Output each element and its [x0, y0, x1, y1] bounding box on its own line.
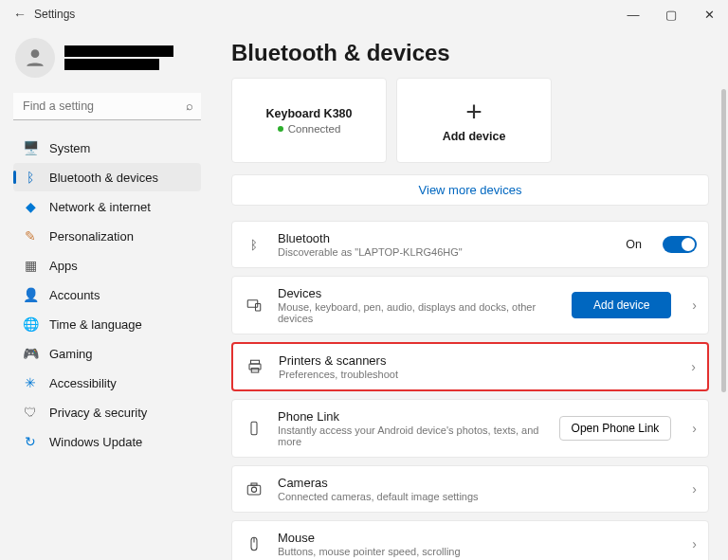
nav-system[interactable]: 🖥️ System: [13, 134, 201, 162]
nav-accessibility[interactable]: ✳ Accessibility: [13, 369, 201, 397]
brush-icon: ✎: [23, 228, 38, 244]
wifi-icon: ◆: [23, 199, 38, 214]
maximize-button[interactable]: ▢: [652, 0, 690, 28]
scrollbar[interactable]: [721, 89, 726, 392]
chevron-right-icon: ›: [683, 359, 696, 374]
nav-accounts[interactable]: 👤 Accounts: [13, 280, 201, 309]
page-title: Bluetooth & devices: [231, 40, 709, 66]
nav-windows-update[interactable]: ↻ Windows Update: [13, 427, 201, 456]
nav-time-language[interactable]: 🌐 Time & language: [13, 310, 201, 338]
devices-row[interactable]: Devices Mouse, keyboard, pen, audio, dis…: [231, 276, 709, 334]
row-sub: Mouse, keyboard, pen, audio, displays an…: [278, 301, 558, 324]
nav-label: Personalization: [49, 229, 134, 244]
chevron-right-icon: ›: [684, 421, 697, 436]
window-controls: — ▢ ✕: [614, 0, 728, 28]
nav-label: Accessibility: [49, 376, 117, 390]
nav-gaming[interactable]: 🎮 Gaming: [13, 339, 201, 368]
device-card-keyboard[interactable]: Keyboard K380 Connected: [231, 78, 387, 163]
profile-name-redacted: [64, 45, 173, 57]
cameras-row[interactable]: Cameras Connected cameras, default image…: [231, 465, 709, 513]
bluetooth-toggle[interactable]: [663, 236, 697, 253]
svg-point-8: [251, 487, 256, 492]
nav-list: 🖥️ System ᛒ Bluetooth & devices ◆ Networ…: [13, 134, 201, 456]
row-sub: Discoverable as "LAPTOP-KLRG46HG": [278, 246, 612, 258]
profile-email-redacted: [64, 59, 159, 70]
row-sub: Buttons, mouse pointer speed, scrolling: [278, 546, 671, 557]
nav-label: Gaming: [49, 347, 93, 361]
nav-apps[interactable]: ▦ Apps: [13, 251, 201, 280]
chevron-right-icon: ›: [684, 536, 697, 551]
plus-icon: +: [465, 98, 482, 126]
avatar: [15, 38, 55, 78]
device-status: Connected: [278, 123, 341, 135]
nav-network[interactable]: ◆ Network & internet: [13, 192, 201, 221]
svg-rect-6: [251, 422, 257, 435]
nav-label: Apps: [49, 259, 78, 273]
add-device-label: Add device: [443, 130, 506, 143]
row-sub: Preferences, troubleshoot: [279, 369, 670, 380]
phone-icon: [244, 420, 264, 437]
add-device-button[interactable]: Add device: [572, 292, 671, 318]
sidebar: ⌕ 🖥️ System ᛒ Bluetooth & devices ◆ Netw…: [0, 28, 210, 560]
toggle-state: On: [626, 238, 642, 251]
svg-rect-3: [251, 360, 260, 364]
row-title: Phone Link: [278, 409, 546, 424]
search-icon: ⌕: [186, 99, 193, 113]
chevron-right-icon: ›: [684, 481, 697, 497]
gamepad-icon: 🎮: [23, 346, 38, 361]
nav-label: Network & internet: [49, 200, 151, 214]
nav-label: Time & language: [49, 317, 142, 332]
row-title: Mouse: [278, 531, 671, 545]
chevron-right-icon: ›: [684, 298, 697, 313]
person-icon: 👤: [23, 287, 38, 302]
nav-label: Bluetooth & devices: [49, 171, 158, 185]
row-title: Cameras: [278, 476, 671, 490]
row-title: Devices: [278, 286, 558, 300]
bluetooth-icon: ᛒ: [244, 238, 264, 252]
camera-icon: [244, 480, 264, 497]
apps-icon: ▦: [23, 258, 38, 273]
nav-bluetooth-devices[interactable]: ᛒ Bluetooth & devices: [13, 163, 201, 191]
row-title: Bluetooth: [278, 231, 612, 245]
mouse-row[interactable]: Mouse Buttons, mouse pointer speed, scro…: [231, 520, 709, 560]
printers-scanners-row[interactable]: Printers & scanners Preferences, trouble…: [231, 342, 709, 391]
shield-icon: 🛡: [23, 405, 38, 420]
row-title: Printers & scanners: [279, 353, 670, 368]
accessibility-icon: ✳: [23, 375, 38, 390]
mouse-icon: [244, 535, 264, 552]
device-name: Keyboard K380: [265, 107, 352, 120]
row-sub: Connected cameras, default image setting…: [278, 491, 671, 502]
search-input[interactable]: [13, 93, 201, 120]
open-phone-link-button[interactable]: Open Phone Link: [559, 416, 672, 441]
update-icon: ↻: [23, 434, 38, 449]
monitor-icon: 🖥️: [23, 140, 38, 155]
devices-icon: [244, 297, 264, 314]
view-more-devices[interactable]: View more devices: [231, 174, 709, 206]
close-button[interactable]: ✕: [690, 0, 728, 28]
nav-label: Accounts: [49, 288, 100, 302]
window-title: Settings: [34, 8, 75, 21]
nav-privacy[interactable]: 🛡 Privacy & security: [13, 398, 201, 426]
row-sub: Instantly access your Android device's p…: [278, 425, 546, 447]
phone-link-row[interactable]: Phone Link Instantly access your Android…: [231, 399, 709, 458]
add-device-card[interactable]: + Add device: [396, 78, 552, 163]
back-button[interactable]: ←: [6, 7, 34, 22]
svg-point-0: [31, 49, 40, 58]
nav-label: System: [49, 141, 90, 155]
bluetooth-toggle-row: ᛒ Bluetooth Discoverable as "LAPTOP-KLRG…: [231, 221, 709, 268]
globe-icon: 🌐: [23, 316, 38, 332]
minimize-button[interactable]: —: [614, 0, 652, 28]
nav-personalization[interactable]: ✎ Personalization: [13, 222, 201, 250]
printer-icon: [245, 358, 265, 375]
paired-devices-row: Keyboard K380 Connected + Add device: [231, 78, 709, 163]
nav-label: Windows Update: [49, 435, 142, 449]
nav-label: Privacy & security: [49, 406, 147, 420]
svg-rect-9: [251, 483, 257, 485]
profile-block[interactable]: [13, 32, 201, 87]
status-dot-icon: [278, 126, 283, 132]
bluetooth-icon: ᛒ: [23, 170, 38, 185]
search-box[interactable]: ⌕: [13, 93, 201, 120]
main-content: Bluetooth & devices Keyboard K380 Connec…: [210, 28, 728, 560]
svg-rect-5: [251, 369, 259, 373]
